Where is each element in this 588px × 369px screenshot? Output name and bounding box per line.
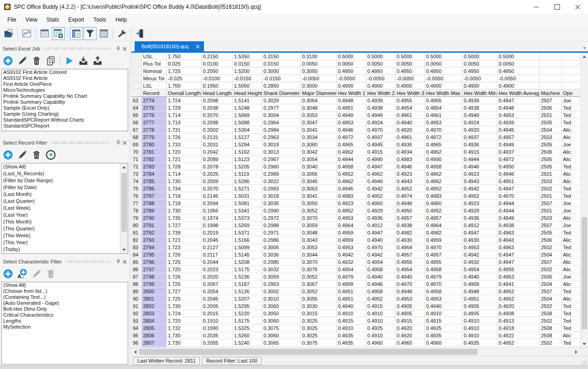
data-cell[interactable]: 1.5260 (232, 332, 262, 339)
spec-label[interactable]: Plus Tol (141, 60, 166, 67)
record-cell[interactable]: 2775 (141, 104, 166, 112)
list-item[interactable]: Critical Characteristics (2, 312, 128, 318)
data-cell[interactable]: 0.4943 (462, 178, 497, 185)
data-cell[interactable]: Alic (561, 178, 580, 185)
data-cell[interactable]: Ted (561, 163, 580, 170)
data-cell[interactable]: 2506 (539, 104, 561, 112)
data-cell[interactable]: 0.4949 (497, 141, 539, 148)
data-cell[interactable]: 0.4941 (497, 280, 539, 288)
data-cell[interactable]: 0.4936 (462, 214, 497, 222)
reset-icon[interactable] (45, 150, 56, 160)
data-cell[interactable]: 2505 (539, 163, 561, 170)
data-cell[interactable]: 0.3052 (300, 273, 336, 280)
data-cell[interactable]: 0.2025 (201, 170, 232, 178)
data-cell[interactable]: 0.1990 (201, 324, 232, 332)
data-cell[interactable]: 0.3041 (300, 192, 336, 200)
data-cell[interactable]: Ted (561, 185, 580, 192)
data-cell[interactable]: 0.4946 (336, 126, 366, 134)
data-cell[interactable]: 0.4925 (366, 324, 395, 332)
data-cell[interactable]: 0.4953 (424, 119, 462, 126)
data-cell[interactable]: 0.4910 (336, 324, 366, 332)
data-cell[interactable]: 1.5162 (232, 148, 262, 156)
data-cell[interactable]: 1.5373 (232, 214, 262, 222)
data-cell[interactable]: 0.2045 (201, 236, 232, 244)
data-cell[interactable]: Ted (561, 119, 580, 126)
data-cell[interactable]: 0.4970 (424, 126, 462, 134)
data-cell[interactable]: 1.5175 (232, 266, 262, 273)
list-item[interactable]: (Today) (2, 246, 128, 253)
data-cell[interactable]: 0.4958 (424, 266, 462, 273)
data-cell[interactable]: 0.4942 (336, 251, 366, 258)
data-cell[interactable]: 0.4959 (336, 229, 366, 236)
characteristic-filter-listbox[interactable]: (Show All)(Choose from list...)(Containi… (1, 282, 128, 364)
data-cell[interactable]: 0.4910 (424, 310, 462, 317)
data-cell[interactable]: 1.5166 (232, 236, 262, 244)
spec-value-cell[interactable] (539, 67, 561, 75)
data-cell[interactable]: 1.733 (166, 141, 201, 148)
data-cell[interactable]: 0.3044 (300, 251, 336, 258)
add-icon[interactable] (3, 150, 13, 160)
record-cell[interactable]: 2777 (141, 119, 166, 126)
spec-value-cell[interactable]: 0.3050 (300, 67, 336, 75)
data-cell[interactable]: 0.4935 (424, 347, 462, 348)
data-cell[interactable]: Alic (561, 156, 580, 163)
data-cell[interactable]: 0.4945 (366, 141, 395, 148)
data-cell[interactable]: Joe (561, 141, 580, 148)
data-cell[interactable]: 0.2989 (262, 170, 300, 178)
data-cell[interactable]: 0.4948 (497, 104, 539, 112)
data-cell[interactable]: 0.4946 (497, 170, 539, 178)
data-cell[interactable]: 0.4940 (395, 119, 424, 126)
data-cell[interactable]: 0.4952 (366, 192, 395, 200)
data-cell[interactable]: 0.3015 (300, 310, 336, 317)
data-cell[interactable]: 0.4952 (395, 185, 424, 192)
record-cell[interactable]: 2804 (141, 317, 166, 324)
data-cell[interactable]: 0.2953 (262, 280, 300, 288)
list-item[interactable]: (This Quarter) (2, 225, 128, 232)
spec-label[interactable]: USL (141, 53, 166, 60)
data-cell[interactable]: 0.4920 (395, 126, 424, 134)
data-cell[interactable]: 0.4930 (462, 236, 497, 244)
data-cell[interactable]: 0.2044 (201, 258, 232, 266)
list-item[interactable]: StandardSPCReport (2, 123, 128, 129)
data-cell[interactable]: Ted (561, 317, 580, 324)
open-file-button[interactable] (2, 27, 15, 40)
data-cell[interactable]: Alic (561, 214, 580, 222)
spec-value-cell[interactable]: -0.0100 (201, 75, 232, 82)
scrollbar-thumb[interactable] (121, 173, 127, 232)
data-cell[interactable]: 0.4944 (336, 156, 366, 163)
spec-value-cell[interactable]: 0.0050 (366, 60, 395, 67)
data-cell[interactable]: 1.724 (166, 310, 201, 317)
data-cell[interactable]: 0.3045 (300, 178, 336, 185)
data-cell[interactable]: 0.4910 (462, 324, 497, 332)
data-cell[interactable]: Alic (561, 266, 580, 273)
data-cell[interactable]: 2506 (539, 236, 561, 244)
data-cell[interactable]: 0.4959 (336, 236, 366, 244)
data-cell[interactable]: 0.4937 (497, 148, 539, 156)
data-cell[interactable]: 0.4964 (424, 222, 462, 229)
data-cell[interactable]: 0.3056 (300, 170, 336, 178)
data-cell[interactable]: 0.4965 (424, 141, 462, 148)
data-cell[interactable]: 0.2977 (262, 104, 300, 112)
list-item[interactable]: (Last Year) (2, 212, 128, 218)
spec-value-cell[interactable]: 0.0050 (497, 60, 539, 67)
data-cell[interactable]: 0.4910 (366, 317, 395, 324)
data-cell[interactable]: Ted (561, 104, 580, 112)
data-cell[interactable]: Ted (561, 229, 580, 236)
data-cell[interactable]: Ted (561, 339, 580, 347)
data-cell[interactable]: 2507 (539, 258, 561, 266)
data-cell[interactable]: 0.4940 (462, 273, 497, 280)
data-cell[interactable]: 0.2031 (201, 141, 232, 148)
data-cell[interactable]: 1.5240 (232, 339, 262, 347)
data-cell[interactable]: 1.727 (166, 222, 201, 229)
data-cell[interactable]: 0.4954 (366, 258, 395, 266)
data-cell[interactable]: 0.2045 (201, 295, 232, 302)
data-cell[interactable]: 0.4974 (395, 192, 424, 200)
data-cell[interactable]: 0.2054 (201, 288, 232, 295)
data-cell[interactable]: 2502 (539, 317, 561, 324)
data-cell[interactable]: 0.4948 (395, 200, 424, 207)
data-cell[interactable]: Ted (561, 244, 580, 251)
spec-value-cell[interactable]: 0.3000 (300, 82, 336, 89)
data-cell[interactable]: Ted (561, 288, 580, 295)
data-cell[interactable]: 0.4910 (366, 332, 395, 339)
spec-value-cell[interactable]: 0.2850 (262, 82, 300, 89)
